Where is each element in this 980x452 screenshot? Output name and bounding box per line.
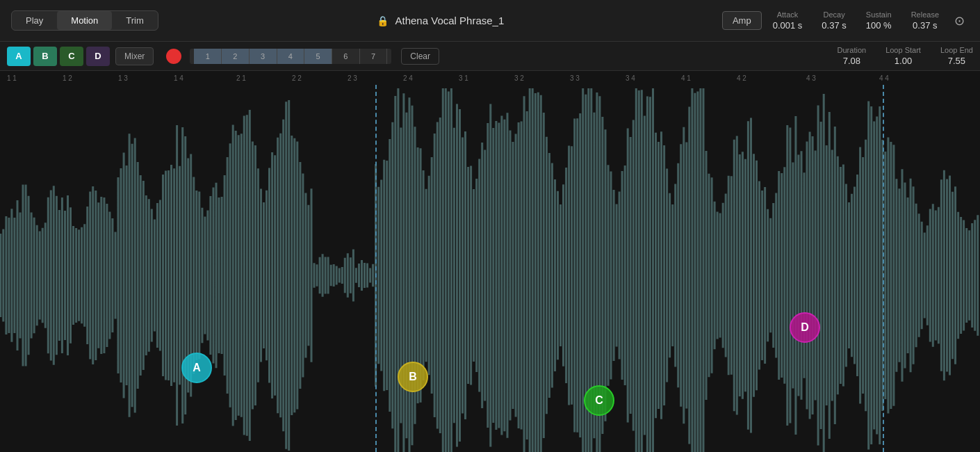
zone-marker-a[interactable]: A <box>181 353 212 383</box>
duration-param: Duration 7.08 <box>838 46 867 66</box>
time-marker-34: 3 4 <box>626 74 635 82</box>
motion-button[interactable]: Motion <box>57 11 112 30</box>
decay-value: 0.37 s <box>822 20 846 31</box>
time-marker-41: 4 1 <box>681 74 691 82</box>
zone-buttons: A B C D <box>7 47 110 66</box>
time-marker-23: 2 3 <box>348 74 357 82</box>
track-name: Athena Vocal Phrase_1 <box>395 15 505 26</box>
clear-button[interactable]: Clear <box>401 48 439 65</box>
loop-end-param: Loop End 7.55 <box>940 46 973 66</box>
ruler-segment-3[interactable]: 3 <box>250 49 277 64</box>
time-marker-14: 1 4 <box>174 74 183 82</box>
loop-start-param: Loop Start 1.00 <box>885 46 921 66</box>
time-marker-13: 1 3 <box>118 74 128 82</box>
sustain-param: Sustain 100 % <box>866 10 892 31</box>
duration-value: 7.08 <box>843 56 860 66</box>
zone-a-button[interactable]: A <box>7 47 31 66</box>
loop-start-label: Loop Start <box>885 46 921 54</box>
release-value: 0.37 s <box>913 20 937 31</box>
zone-marker-b[interactable]: B <box>398 362 428 392</box>
decay-param: Decay 0.37 s <box>822 10 846 31</box>
time-marker-12: 1 2 <box>63 74 72 82</box>
ruler-segment-5[interactable]: 5 <box>304 49 332 64</box>
sustain-label: Sustain <box>866 10 892 19</box>
zone-c-button[interactable]: C <box>60 47 83 66</box>
more-options-button[interactable]: ⊙ <box>950 10 969 31</box>
second-bar: A B C D Mixer 1234567 Clear Duration 7.0… <box>0 42 980 71</box>
play-button[interactable]: Play <box>12 11 57 30</box>
loop-params: Duration 7.08 Loop Start 1.00 Loop End 7… <box>838 46 973 66</box>
loop-end-value: 7.55 <box>948 56 965 66</box>
time-marker-31: 3 1 <box>459 74 468 82</box>
trim-button[interactable]: Trim <box>112 11 158 30</box>
time-markers: 1 11 21 31 42 12 22 32 43 13 23 33 44 14… <box>0 71 980 85</box>
release-param: Release 0.37 s <box>911 10 939 31</box>
time-marker-32: 3 2 <box>514 74 524 82</box>
duration-label: Duration <box>838 46 867 54</box>
top-bar: Play Motion Trim 🔒 Athena Vocal Phrase_1… <box>0 0 980 42</box>
zone-marker-c[interactable]: C <box>584 385 614 416</box>
ruler-segment-2[interactable]: 2 <box>222 49 250 64</box>
loop-start-value: 1.00 <box>895 56 912 66</box>
waveform-area[interactable]: 1 11 21 31 42 12 22 32 43 13 23 33 44 14… <box>0 71 980 452</box>
time-marker-24: 2 4 <box>403 74 413 82</box>
zone-marker-d[interactable]: D <box>790 312 820 343</box>
zone-d-button[interactable]: D <box>86 47 110 66</box>
time-marker-42: 4 2 <box>737 74 746 82</box>
time-marker-43: 4 3 <box>806 74 816 82</box>
title-area: 🔒 Athena Vocal Phrase_1 <box>170 15 711 26</box>
ruler-segment-1[interactable]: 1 <box>194 49 222 64</box>
ruler-segment-4[interactable]: 4 <box>277 49 305 64</box>
decay-label: Decay <box>823 10 844 19</box>
loop-end-label: Loop End <box>940 46 973 54</box>
time-marker-11: 1 1 <box>7 74 17 82</box>
play-motion-trim-group: Play Motion Trim <box>11 10 158 31</box>
sustain-value: 100 % <box>866 20 892 31</box>
time-marker-44: 4 4 <box>879 74 889 82</box>
ruler-segment-7[interactable]: 7 <box>360 49 388 64</box>
waveform-display <box>0 85 980 452</box>
amp-button[interactable]: Amp <box>722 11 762 30</box>
timeline-ruler[interactable]: 1234567 <box>190 49 391 64</box>
ruler-segment-6[interactable]: 6 <box>332 49 360 64</box>
lock-icon: 🔒 <box>377 15 389 26</box>
release-label: Release <box>911 10 939 19</box>
attack-label: Attack <box>777 10 799 19</box>
attack-value: 0.001 s <box>773 20 803 31</box>
time-marker-21: 2 1 <box>236 74 246 82</box>
mixer-button[interactable]: Mixer <box>115 47 154 65</box>
record-button[interactable] <box>166 49 181 64</box>
attack-param: Attack 0.001 s <box>773 10 803 31</box>
zone-b-button[interactable]: B <box>33 47 57 66</box>
time-marker-22: 2 2 <box>292 74 302 82</box>
time-marker-33: 3 3 <box>570 74 580 82</box>
envelope-params: Attack 0.001 s Decay 0.37 s Sustain 100 … <box>773 10 939 31</box>
